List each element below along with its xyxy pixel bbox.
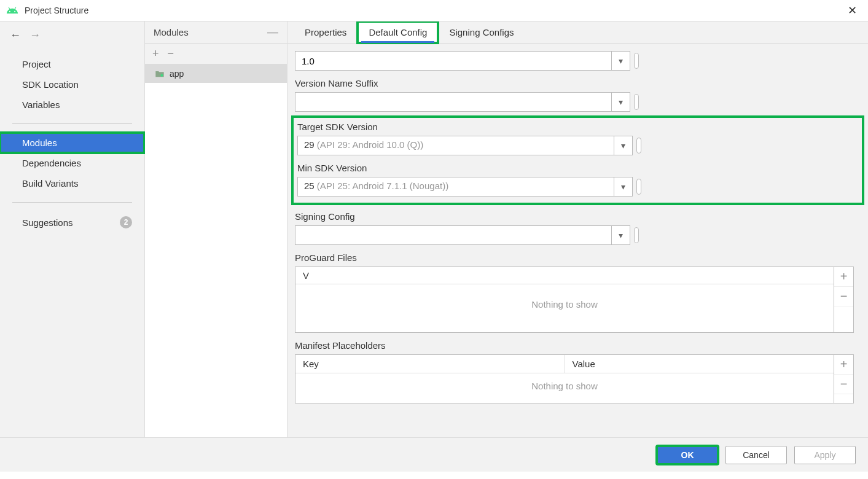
- chevron-down-icon[interactable]: ▾: [611, 226, 630, 244]
- tabs: Properties Default Config Signing Config…: [287, 21, 868, 44]
- target-sdk-combo[interactable]: 29 (API 29: Android 10.0 (Q)) ▾: [297, 136, 633, 155]
- remove-module-icon[interactable]: −: [168, 47, 174, 60]
- signing-config-combo[interactable]: ▾: [295, 225, 630, 245]
- chevron-down-icon[interactable]: ▾: [614, 177, 632, 196]
- manifest-placeholders-label: Manifest Placeholders: [295, 340, 861, 351]
- suggestions-badge: 2: [120, 216, 132, 228]
- min-sdk-combo[interactable]: 25 (API 25: Android 7.1.1 (Nougat)) ▾: [297, 177, 633, 197]
- add-icon[interactable]: +: [834, 267, 853, 287]
- field-handle[interactable]: [636, 138, 641, 154]
- chevron-down-icon[interactable]: ▾: [611, 93, 630, 111]
- modules-panel: Modules — + − app: [145, 21, 287, 437]
- nav-forward-icon[interactable]: →: [29, 29, 41, 42]
- tab-properties[interactable]: Properties: [294, 21, 358, 43]
- apply-button[interactable]: Apply: [794, 446, 856, 464]
- sidebar-item-suggestions[interactable]: Suggestions 2: [0, 211, 144, 233]
- tab-signing-configs[interactable]: Signing Configs: [438, 21, 525, 43]
- sidebar-item-build-variants[interactable]: Build Variants: [0, 173, 144, 193]
- field-handle[interactable]: [634, 94, 639, 110]
- manifest-value-header: Value: [565, 355, 834, 373]
- proguard-header: V: [295, 267, 834, 284]
- remove-icon[interactable]: −: [834, 375, 853, 394]
- sidebar: ← → Project SDK Location Variables Modul…: [0, 21, 145, 437]
- proguard-files-label: ProGuard Files: [295, 252, 861, 263]
- android-icon: [6, 4, 18, 17]
- add-module-icon[interactable]: +: [152, 47, 159, 60]
- chevron-down-icon[interactable]: ▾: [611, 52, 630, 70]
- close-icon[interactable]: ✕: [843, 1, 862, 20]
- target-sdk-label: Target SDK Version: [297, 122, 858, 132]
- field-handle[interactable]: [634, 53, 639, 69]
- sidebar-item-sdk-location[interactable]: SDK Location: [0, 74, 144, 95]
- sidebar-item-variables[interactable]: Variables: [0, 95, 144, 115]
- sidebar-item-project[interactable]: Project: [0, 54, 144, 74]
- module-item-app[interactable]: app: [145, 64, 287, 83]
- ok-button[interactable]: OK: [657, 446, 718, 464]
- field-handle[interactable]: [636, 179, 641, 195]
- chevron-down-icon[interactable]: ▾: [614, 136, 632, 155]
- add-icon[interactable]: +: [834, 355, 853, 375]
- min-sdk-label: Min SDK Version: [297, 163, 858, 173]
- version-input[interactable]: [295, 52, 611, 70]
- tab-default-config[interactable]: Default Config: [358, 21, 438, 43]
- folder-icon: [155, 69, 165, 78]
- sidebar-item-dependencies[interactable]: Dependencies: [0, 153, 144, 173]
- empty-message: Nothing to show: [295, 284, 834, 324]
- empty-message: Nothing to show: [295, 373, 834, 399]
- manifest-key-header: Key: [295, 355, 565, 373]
- cancel-button[interactable]: Cancel: [725, 446, 787, 464]
- svg-point-0: [160, 74, 163, 77]
- nav-back-icon[interactable]: ←: [10, 29, 21, 42]
- version-name-suffix-input[interactable]: [295, 93, 611, 111]
- module-label: app: [170, 69, 184, 79]
- modules-header-label: Modules: [154, 27, 189, 37]
- version-name-suffix-combo[interactable]: ▾: [295, 92, 630, 112]
- version-name-suffix-label: Version Name Suffix: [295, 78, 861, 88]
- version-combo[interactable]: ▾: [295, 51, 630, 71]
- field-handle[interactable]: [634, 227, 639, 243]
- manifest-placeholders-table: Key Value Nothing to show + −: [295, 354, 854, 403]
- remove-icon[interactable]: −: [834, 287, 853, 306]
- minimize-icon[interactable]: —: [267, 26, 278, 39]
- window-title: Project Structure: [25, 6, 843, 15]
- signing-config-input[interactable]: [295, 226, 611, 244]
- proguard-files-list: V Nothing to show + −: [295, 267, 854, 333]
- signing-config-label: Signing Config: [295, 211, 861, 222]
- sidebar-item-modules[interactable]: Modules: [0, 133, 144, 153]
